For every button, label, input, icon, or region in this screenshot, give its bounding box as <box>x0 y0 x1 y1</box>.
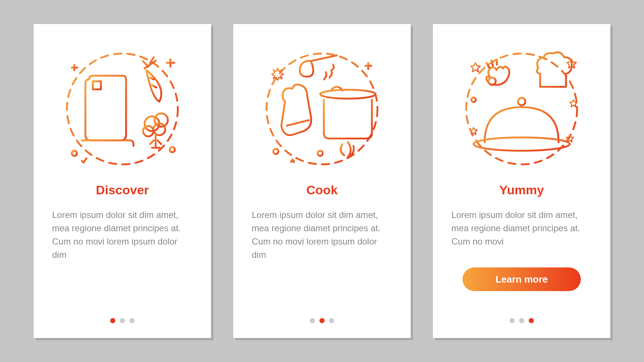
svg-point-21 <box>320 90 376 99</box>
dot-2[interactable] <box>519 318 524 323</box>
svg-point-25 <box>318 151 323 156</box>
card-title: Cook <box>306 183 338 197</box>
card-body: Lorem ipsum dolor sit dim amet, mea regi… <box>52 208 193 262</box>
svg-point-24 <box>273 149 278 154</box>
dot-2[interactable] <box>319 318 325 323</box>
svg-line-30 <box>496 59 497 65</box>
card-body: Lorem ipsum dolor sit dim amet, mea regi… <box>252 208 392 262</box>
svg-rect-1 <box>93 81 101 89</box>
svg-point-18 <box>170 147 175 152</box>
onboarding-card-discover[interactable]: Discover Lorem ipsum dolor sit dim amet,… <box>34 24 211 338</box>
card-body: Lorem ipsum dolor sit dim amet, mea regi… <box>451 208 592 256</box>
dot-3[interactable] <box>129 318 135 323</box>
onboarding-cards: Discover Lorem ipsum dolor sit dim amet,… <box>34 24 610 338</box>
svg-point-17 <box>72 151 77 156</box>
dot-1[interactable] <box>310 318 315 323</box>
svg-point-32 <box>518 98 525 105</box>
yummy-dish-icon <box>455 42 588 175</box>
dot-1[interactable] <box>110 318 115 323</box>
svg-point-0 <box>67 54 178 164</box>
onboarding-card-yummy[interactable]: Yummy Lorem ipsum dolor sit dim amet, me… <box>433 24 610 338</box>
pagination-dots <box>310 318 334 323</box>
svg-line-12 <box>152 85 156 88</box>
dot-3[interactable] <box>529 318 534 323</box>
onboarding-card-cook[interactable]: Cook Lorem ipsum dolor sit dim amet, mea… <box>233 24 411 338</box>
dot-1[interactable] <box>509 318 515 323</box>
svg-line-20 <box>311 55 337 61</box>
learn-more-button[interactable]: Learn more <box>462 267 581 291</box>
svg-point-34 <box>471 98 476 102</box>
dot-3[interactable] <box>329 318 334 323</box>
card-title: Discover <box>96 183 149 197</box>
pagination-dots <box>509 318 534 323</box>
card-title: Yummy <box>499 183 544 197</box>
discover-recipe-icon <box>56 42 189 175</box>
cook-pot-icon <box>255 42 389 175</box>
dot-2[interactable] <box>120 318 125 323</box>
pagination-dots <box>110 318 135 323</box>
svg-line-23 <box>287 120 309 126</box>
